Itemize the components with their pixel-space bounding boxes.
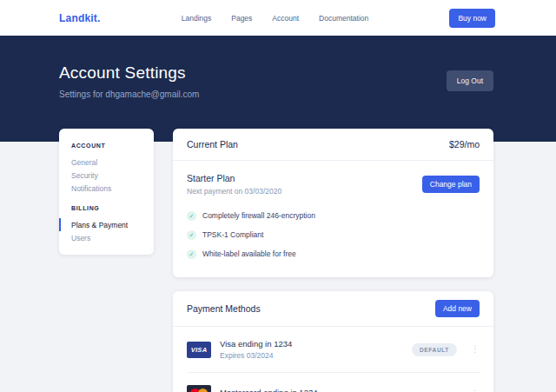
payment-method-row-mastercard: Mastercard ending in 1234 ⋮	[173, 373, 493, 392]
payment-method-title: Mastercard ending in 1234	[220, 388, 457, 392]
plan-info: Starter Plan Next payment on 03/03/2020	[187, 173, 281, 196]
page-title: Account Settings	[59, 63, 199, 83]
logout-button[interactable]: Log Out	[447, 70, 493, 91]
sidebar-section-account: ACCOUNT General Security Notifications	[59, 143, 154, 195]
sidebar-section-billing: BILLING Plans & Payment Users	[59, 205, 154, 244]
payment-method-info: Visa ending in 1234 Expires 03/2024	[220, 339, 403, 360]
current-plan-header: Current Plan $29/mo	[173, 129, 493, 161]
list-item: ✓ Completely firewall 246-encryption	[187, 206, 480, 225]
list-item: ✓ TPSK-1 Compliant	[187, 225, 480, 244]
sidebar-heading-billing: BILLING	[59, 205, 154, 211]
plan-next-payment: Next payment on 03/03/2020	[187, 187, 281, 196]
current-plan-price: $29/mo	[449, 139, 480, 149]
settings-sidebar: ACCOUNT General Security Notifications B…	[59, 129, 154, 255]
mastercard-icon	[187, 385, 211, 392]
brand-logo[interactable]: Landkit.	[59, 12, 101, 24]
check-icon: ✓	[187, 230, 196, 240]
current-plan-card: Current Plan $29/mo Starter Plan Next pa…	[173, 129, 493, 277]
feature-label: Completely firewall 246-encryption	[202, 211, 315, 220]
main-nav: Landings Pages Account Documentation	[101, 14, 450, 23]
kebab-menu-icon[interactable]: ⋮	[471, 345, 480, 354]
status-badge: DEFAULT	[412, 343, 457, 356]
check-icon: ✓	[187, 249, 196, 259]
nav-item-pages[interactable]: Pages	[231, 14, 252, 23]
plan-features-list: ✓ Completely firewall 246-encryption ✓ T…	[173, 203, 493, 277]
add-new-button[interactable]: Add new	[435, 300, 480, 317]
sidebar-heading-account: ACCOUNT	[59, 143, 154, 149]
payment-method-title: Visa ending in 1234	[220, 339, 403, 349]
content-area: ACCOUNT General Security Notifications B…	[0, 129, 556, 392]
page-subtitle: Settings for dhgamache@gmail.com	[59, 90, 199, 99]
feature-label: White-label available for free	[202, 249, 296, 258]
main-column: Current Plan $29/mo Starter Plan Next pa…	[173, 129, 493, 392]
current-plan-title: Current Plan	[187, 139, 238, 149]
nav-item-account[interactable]: Account	[272, 14, 299, 23]
payment-method-expiry: Expires 03/2024	[220, 351, 403, 360]
navbar: Landkit. Landings Pages Account Document…	[0, 0, 556, 36]
payment-method-row-visa: VISA Visa ending in 1234 Expires 03/2024…	[173, 327, 493, 372]
feature-label: TPSK-1 Compliant	[202, 230, 263, 239]
plan-name: Starter Plan	[187, 173, 281, 183]
nav-item-documentation[interactable]: Documentation	[319, 14, 368, 23]
nav-item-landings[interactable]: Landings	[182, 14, 212, 23]
list-item: ✓ White-label available for free	[187, 244, 480, 263]
kebab-menu-icon[interactable]: ⋮	[471, 389, 480, 392]
sidebar-item-users[interactable]: Users	[59, 231, 154, 244]
sidebar-item-notifications[interactable]: Notifications	[59, 182, 154, 195]
sidebar-item-plans-payment[interactable]: Plans & Payment	[59, 218, 154, 231]
payment-methods-title: Payment Methods	[187, 303, 261, 314]
hero-banner: Account Settings Settings for dhgamache@…	[0, 36, 556, 142]
check-icon: ✓	[187, 211, 196, 221]
payment-method-info: Mastercard ending in 1234	[220, 388, 457, 392]
payment-methods-card: Payment Methods Add new VISA Visa ending…	[173, 291, 493, 392]
sidebar-item-general[interactable]: General	[59, 156, 154, 169]
visa-card-icon: VISA	[187, 342, 211, 358]
buy-now-button[interactable]: Buy now	[449, 9, 495, 28]
plan-summary-row: Starter Plan Next payment on 03/03/2020 …	[173, 161, 493, 196]
hero-text: Account Settings Settings for dhgamache@…	[59, 63, 199, 99]
sidebar-item-security[interactable]: Security	[59, 169, 154, 182]
change-plan-button[interactable]: Change plan	[422, 176, 480, 193]
payment-methods-header: Payment Methods Add new	[173, 291, 493, 327]
